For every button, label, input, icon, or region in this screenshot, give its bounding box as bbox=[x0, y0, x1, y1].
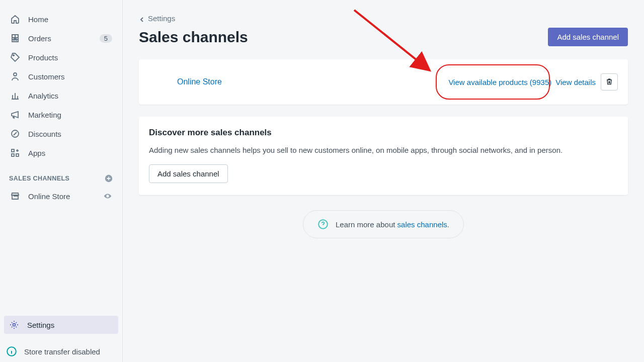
channel-row: Online Store View available products (99… bbox=[139, 59, 628, 105]
nav-label: Online Store bbox=[28, 192, 103, 201]
primary-nav: Home Orders 5 Products Customers A bbox=[0, 10, 122, 163]
sidebar-bottom: Settings bbox=[0, 312, 122, 339]
svg-rect-4 bbox=[12, 154, 14, 156]
section-title: SALES CHANNELS bbox=[9, 175, 69, 182]
nav-item-discounts[interactable]: Discounts bbox=[5, 125, 117, 143]
nav-label: Apps bbox=[28, 149, 112, 157]
analytics-icon bbox=[10, 90, 20, 101]
home-icon bbox=[10, 14, 20, 24]
discover-body: Adding new sales channels helps you sell… bbox=[149, 146, 618, 154]
gear-icon bbox=[9, 320, 19, 330]
channels-nav: Online Store bbox=[0, 187, 122, 206]
add-channel-icon[interactable] bbox=[104, 174, 113, 183]
discount-icon bbox=[10, 129, 20, 139]
nav-item-analytics[interactable]: Analytics bbox=[5, 86, 117, 105]
nav-item-products[interactable]: Products bbox=[5, 48, 117, 66]
apps-icon bbox=[10, 148, 20, 158]
svg-rect-3 bbox=[12, 149, 14, 152]
discover-add-channel-button[interactable]: Add sales channel bbox=[149, 164, 228, 183]
orders-badge: 5 bbox=[100, 34, 112, 43]
info-icon bbox=[6, 346, 17, 357]
channel-name-link[interactable]: Online Store bbox=[177, 77, 444, 86]
nav-label: Home bbox=[28, 15, 112, 24]
svg-rect-5 bbox=[16, 154, 19, 156]
nav-item-settings[interactable]: Settings bbox=[4, 316, 118, 334]
nav-label: Products bbox=[28, 53, 112, 62]
store-icon bbox=[10, 191, 20, 201]
nav-label: Analytics bbox=[28, 92, 112, 100]
breadcrumb-back[interactable]: Settings bbox=[139, 14, 628, 23]
svg-point-0 bbox=[13, 55, 14, 56]
nav-item-online-store[interactable]: Online Store bbox=[5, 187, 117, 205]
nav-item-apps[interactable]: Apps bbox=[5, 144, 117, 162]
nav-label: Settings bbox=[27, 321, 113, 329]
nav-item-marketing[interactable]: Marketing bbox=[5, 106, 117, 124]
person-icon bbox=[10, 71, 20, 81]
eye-icon[interactable] bbox=[103, 192, 112, 201]
megaphone-icon bbox=[10, 110, 20, 120]
trash-icon bbox=[605, 77, 613, 87]
question-icon bbox=[317, 219, 329, 230]
sales-channels-header: SALES CHANNELS bbox=[0, 163, 122, 187]
footer-label: Store transfer disabled bbox=[24, 347, 100, 356]
nav-label: Orders bbox=[28, 34, 100, 43]
learn-more-pill: Learn more about sales channels. bbox=[303, 210, 464, 238]
orders-icon bbox=[10, 33, 20, 43]
nav-item-home[interactable]: Home bbox=[5, 10, 117, 28]
add-sales-channel-button[interactable]: Add sales channel bbox=[548, 28, 628, 46]
sidebar: Home Orders 5 Products Customers A bbox=[0, 0, 123, 362]
view-available-products-link[interactable]: View available products (9935) bbox=[448, 78, 551, 86]
nav-label: Customers bbox=[28, 72, 112, 81]
svg-point-7 bbox=[13, 324, 16, 326]
tag-icon bbox=[10, 52, 20, 62]
delete-channel-button[interactable] bbox=[601, 73, 618, 90]
nav-item-orders[interactable]: Orders 5 bbox=[5, 29, 117, 47]
discover-card: Discover more sales channels Adding new … bbox=[139, 117, 628, 195]
page-header: Sales channels Add sales channel bbox=[139, 28, 628, 46]
channel-card: Online Store View available products (99… bbox=[139, 59, 628, 105]
breadcrumb-label: Settings bbox=[148, 14, 175, 23]
discover-title: Discover more sales channels bbox=[149, 128, 618, 138]
svg-point-1 bbox=[14, 73, 17, 76]
page-title: Sales channels bbox=[139, 29, 248, 46]
chevron-left-icon bbox=[139, 16, 145, 22]
view-details-link[interactable]: View details bbox=[555, 78, 596, 86]
learn-more-link[interactable]: sales channels bbox=[397, 220, 447, 229]
main-content: Settings Sales channels Add sales channe… bbox=[123, 0, 644, 362]
nav-item-customers[interactable]: Customers bbox=[5, 67, 117, 85]
nav-label: Marketing bbox=[28, 111, 112, 119]
learn-more-text: Learn more about sales channels. bbox=[336, 220, 449, 229]
nav-label: Discounts bbox=[28, 130, 112, 138]
store-transfer-notice[interactable]: Store transfer disabled bbox=[0, 341, 122, 362]
